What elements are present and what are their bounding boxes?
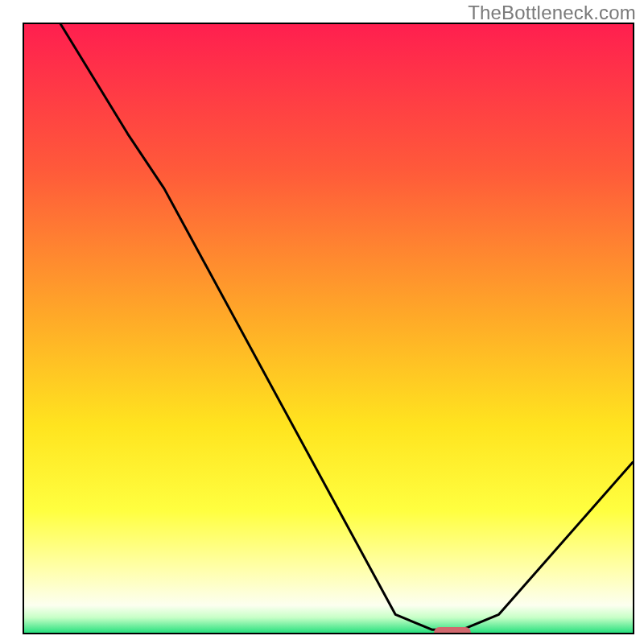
- sweet-spot-marker: [434, 627, 471, 634]
- plot-area: [23, 23, 634, 634]
- watermark-text: TheBottleneck.com: [468, 2, 636, 24]
- chart-container: TheBottleneck.com: [0, 0, 644, 644]
- bottleneck-curve: [24, 24, 633, 633]
